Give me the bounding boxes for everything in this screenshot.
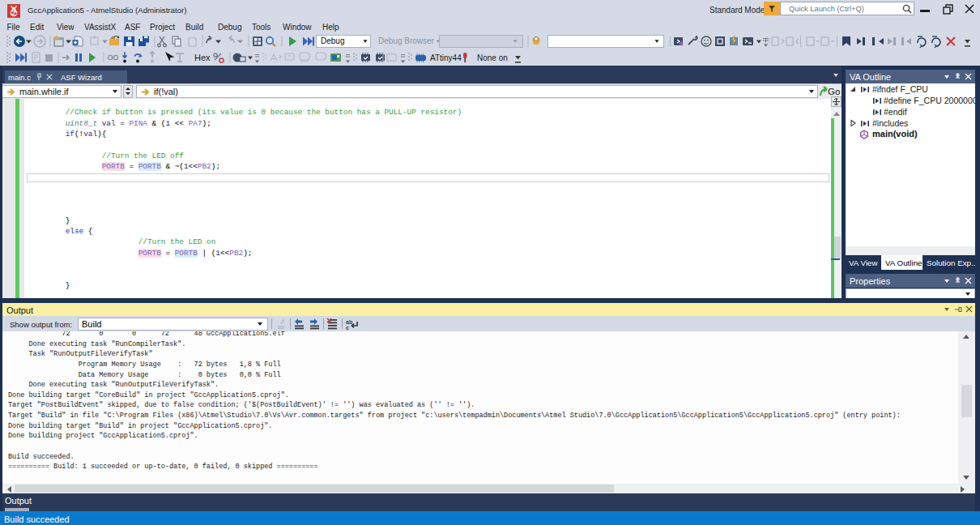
svg-text:ATtiny44: ATtiny44 xyxy=(430,53,462,62)
svg-text:ab: ab xyxy=(346,319,352,325)
svg-text:Hex: Hex xyxy=(194,53,211,62)
svg-text:c: c xyxy=(346,325,349,331)
svg-text:None on: None on xyxy=(477,53,508,62)
